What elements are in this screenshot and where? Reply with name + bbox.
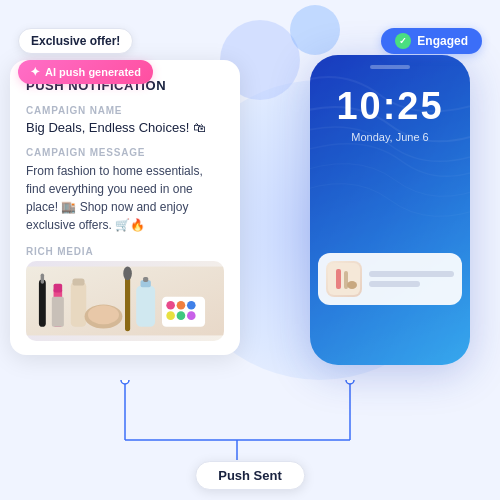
svg-rect-2 bbox=[41, 273, 44, 283]
svg-point-28 bbox=[121, 380, 129, 384]
phone-notch bbox=[370, 65, 410, 69]
phone-lock-notification bbox=[318, 253, 462, 305]
bg-decoration-circle-3 bbox=[290, 5, 340, 55]
svg-rect-24 bbox=[336, 269, 341, 289]
push-notification-card: PUSH NOTIFICATION CAMPAIGN NAME Big Deal… bbox=[10, 60, 240, 355]
campaign-message-label: CAMPAIGN MESSAGE bbox=[26, 147, 224, 158]
svg-point-21 bbox=[187, 311, 196, 320]
check-icon: ✓ bbox=[395, 33, 411, 49]
svg-point-26 bbox=[347, 281, 357, 289]
svg-point-18 bbox=[187, 301, 196, 310]
phone-notif-thumbnail bbox=[326, 261, 362, 297]
phone-date: Monday, June 6 bbox=[310, 131, 470, 143]
phone-time: 10:25 bbox=[310, 87, 470, 125]
phone-screen: 10:25 Monday, June 6 bbox=[310, 55, 470, 365]
phone-mockup: 10:25 Monday, June 6 bbox=[310, 55, 470, 365]
push-sent-badge: Push Sent bbox=[195, 461, 305, 490]
svg-rect-4 bbox=[54, 284, 63, 293]
svg-point-20 bbox=[177, 311, 186, 320]
svg-point-19 bbox=[166, 311, 175, 320]
exclusive-offer-badge: Exclusive offer! bbox=[18, 28, 133, 54]
push-sent-container: Push Sent bbox=[195, 461, 305, 490]
campaign-message-value: From fashion to home essentials, find ev… bbox=[26, 162, 224, 234]
ai-generated-badge: ✦ AI push generated bbox=[18, 60, 153, 84]
svg-rect-1 bbox=[39, 279, 46, 326]
engaged-badge: ✓ Engaged bbox=[381, 28, 482, 54]
svg-rect-15 bbox=[162, 297, 205, 327]
svg-point-9 bbox=[88, 305, 119, 324]
ai-stars-icon: ✦ bbox=[30, 65, 40, 79]
rich-media-image bbox=[26, 261, 224, 341]
svg-rect-5 bbox=[52, 297, 64, 327]
svg-rect-12 bbox=[136, 286, 155, 327]
campaign-name-value: Big Deals, Endless Choices! 🛍 bbox=[26, 120, 224, 135]
phone-notif-line-2 bbox=[369, 281, 420, 287]
svg-point-16 bbox=[166, 301, 175, 310]
campaign-name-label: CAMPAIGN NAME bbox=[26, 105, 224, 116]
phone-notif-text-lines bbox=[369, 271, 454, 287]
svg-point-11 bbox=[123, 267, 132, 281]
rich-media-label: RICH MEDIA bbox=[26, 246, 224, 257]
svg-rect-7 bbox=[72, 279, 84, 286]
svg-rect-14 bbox=[143, 277, 148, 282]
svg-point-17 bbox=[177, 301, 186, 310]
svg-point-30 bbox=[346, 380, 354, 384]
svg-rect-6 bbox=[71, 282, 86, 327]
svg-rect-10 bbox=[125, 275, 130, 331]
phone-notif-line-1 bbox=[369, 271, 454, 277]
push-sent-label: Push Sent bbox=[218, 468, 282, 483]
